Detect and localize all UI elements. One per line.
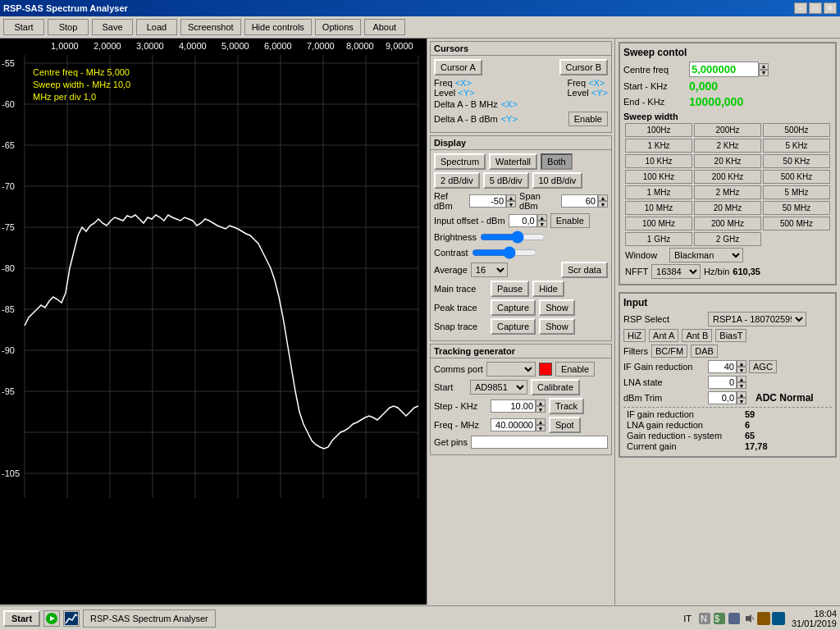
sw-5khz[interactable]: 5 KHz bbox=[763, 139, 830, 153]
dbm-trim-up[interactable]: ▲ bbox=[737, 391, 746, 398]
brightness-slider[interactable] bbox=[480, 231, 546, 244]
centre-freq-down[interactable]: ▼ bbox=[759, 70, 769, 76]
comms-port-select[interactable] bbox=[486, 362, 536, 377]
sw-10mhz[interactable]: 10 MHz bbox=[625, 201, 692, 215]
tracking-enable-button[interactable]: Enable bbox=[555, 362, 595, 377]
sw-1mhz[interactable]: 1 MHz bbox=[625, 185, 692, 199]
start-menu-button[interactable]: Start bbox=[3, 610, 40, 627]
spot-button[interactable]: Spot bbox=[549, 417, 581, 433]
rsp-select[interactable]: RSP1A - 1807025993 bbox=[708, 312, 806, 326]
cursor-a-button[interactable]: Cursor A bbox=[434, 59, 482, 75]
about-button[interactable]: About bbox=[364, 19, 405, 35]
peak-show-button[interactable]: Show bbox=[539, 299, 575, 316]
sw-100hz[interactable]: 100Hz bbox=[625, 123, 692, 137]
main-hide-button[interactable]: Hide bbox=[532, 281, 564, 297]
scr-data-button[interactable]: Scr data bbox=[561, 262, 608, 278]
sw-2mhz[interactable]: 2 MHz bbox=[694, 185, 761, 199]
ref-dbm-up[interactable]: ▲ bbox=[506, 194, 516, 201]
dab-button[interactable]: DAB bbox=[691, 345, 718, 358]
sw-200hz[interactable]: 200Hz bbox=[694, 123, 761, 137]
sw-1khz[interactable]: 1 KHz bbox=[625, 139, 692, 153]
ant-b-button[interactable]: Ant B bbox=[682, 329, 712, 342]
main-pause-button[interactable]: Pause bbox=[491, 281, 529, 297]
cursor-b-button[interactable]: Cursor B bbox=[559, 59, 608, 75]
2db-button[interactable]: 2 dB/div bbox=[434, 172, 480, 189]
sw-1ghz[interactable]: 1 GHz bbox=[625, 232, 692, 246]
sw-500mhz[interactable]: 500 MHz bbox=[763, 217, 830, 231]
peak-capture-button[interactable]: Capture bbox=[491, 299, 536, 316]
offset-down[interactable]: ▼ bbox=[537, 221, 547, 227]
sw-200khz[interactable]: 200 KHz bbox=[694, 170, 761, 184]
sw-50mhz[interactable]: 50 MHz bbox=[763, 201, 830, 215]
waterfall-button[interactable]: Waterfall bbox=[489, 153, 537, 170]
dbm-trim-input[interactable] bbox=[708, 391, 737, 404]
calibrate-button[interactable]: Calibrate bbox=[531, 379, 580, 395]
span-dbm-input[interactable] bbox=[561, 194, 598, 208]
bcfm-button[interactable]: BC/FM bbox=[651, 345, 687, 358]
both-button[interactable]: Both bbox=[541, 153, 573, 170]
taskbar-icon-1[interactable] bbox=[43, 610, 60, 627]
sw-200mhz[interactable]: 200 MHz bbox=[694, 217, 761, 231]
input-offset-input[interactable] bbox=[509, 214, 537, 227]
lna-up[interactable]: ▲ bbox=[737, 376, 746, 382]
sw-500khz[interactable]: 500 KHz bbox=[763, 170, 830, 184]
step-down[interactable]: ▼ bbox=[536, 406, 546, 413]
spectrum-button[interactable]: Spectrum bbox=[434, 153, 486, 170]
average-select[interactable]: 16 1 2 4 8 32 bbox=[471, 262, 508, 277]
hide-controls-button[interactable]: Hide controls bbox=[244, 19, 312, 35]
snap-capture-button[interactable]: Capture bbox=[491, 318, 536, 335]
sw-20khz[interactable]: 20 KHz bbox=[694, 154, 761, 168]
nfft-select[interactable]: 16384 8192 4096 2048 1024 bbox=[651, 264, 701, 279]
centre-freq-up[interactable]: ▲ bbox=[759, 63, 769, 70]
sw-100khz[interactable]: 100 KHz bbox=[625, 170, 692, 184]
10db-button[interactable]: 10 dB/div bbox=[532, 172, 583, 189]
sw-10khz[interactable]: 10 KHz bbox=[625, 154, 692, 168]
sw-2ghz[interactable]: 2 GHz bbox=[694, 232, 761, 246]
5db-button[interactable]: 5 dB/div bbox=[483, 172, 529, 189]
sw-500hz[interactable]: 500Hz bbox=[763, 123, 830, 137]
contrast-slider[interactable] bbox=[472, 246, 537, 259]
lna-down[interactable]: ▼ bbox=[737, 382, 746, 389]
stop-button[interactable]: Stop bbox=[48, 19, 89, 35]
hiz-button[interactable]: HiZ bbox=[623, 329, 646, 342]
tracking-start-select[interactable]: AD9851 bbox=[470, 380, 527, 395]
minimize-button[interactable]: − bbox=[794, 2, 807, 14]
if-gain-up[interactable]: ▲ bbox=[737, 360, 746, 367]
lna-input[interactable] bbox=[708, 376, 737, 389]
if-gain-down[interactable]: ▼ bbox=[737, 367, 746, 373]
start-button[interactable]: Start bbox=[3, 19, 44, 35]
cursor-enable-button[interactable]: Enable bbox=[568, 112, 608, 126]
ant-a-button[interactable]: Ant A bbox=[649, 329, 678, 342]
window-select[interactable]: Blackman Hanning Hamming None bbox=[669, 248, 743, 262]
taskbar-icon-2[interactable] bbox=[63, 610, 80, 627]
ref-dbm-input[interactable] bbox=[469, 194, 506, 208]
sw-5mhz[interactable]: 5 MHz bbox=[763, 185, 830, 199]
close-button[interactable]: ✕ bbox=[824, 2, 837, 14]
screenshot-button[interactable]: Screenshot bbox=[180, 19, 241, 35]
input-offset-enable[interactable]: Enable bbox=[550, 213, 590, 228]
freq-mhz-input[interactable] bbox=[491, 418, 536, 431]
load-button[interactable]: Load bbox=[136, 19, 177, 35]
sw-50khz[interactable]: 50 KHz bbox=[763, 154, 830, 168]
maximize-button[interactable]: □ bbox=[809, 2, 822, 14]
get-pins-input[interactable] bbox=[471, 436, 608, 449]
dbm-trim-down[interactable]: ▼ bbox=[737, 398, 746, 404]
span-dbm-up[interactable]: ▲ bbox=[598, 194, 608, 201]
if-gain-input[interactable] bbox=[708, 360, 737, 373]
span-dbm-down[interactable]: ▼ bbox=[598, 201, 608, 208]
options-button[interactable]: Options bbox=[315, 19, 361, 35]
sw-20mhz[interactable]: 20 MHz bbox=[694, 201, 761, 215]
freq-up[interactable]: ▲ bbox=[536, 418, 546, 425]
volume-icon[interactable] bbox=[742, 612, 756, 625]
snap-show-button[interactable]: Show bbox=[539, 318, 575, 335]
step-input[interactable] bbox=[491, 399, 536, 413]
track-button[interactable]: Track bbox=[549, 398, 584, 414]
biast-button[interactable]: BiasT bbox=[715, 329, 746, 342]
save-button[interactable]: Save bbox=[92, 19, 133, 35]
offset-up[interactable]: ▲ bbox=[537, 214, 547, 221]
taskbar-app-item[interactable]: RSP-SAS Spectrum Analyser bbox=[83, 609, 216, 628]
sw-100mhz[interactable]: 100 MHz bbox=[625, 217, 692, 231]
agc-button[interactable]: AGC bbox=[749, 360, 777, 373]
ref-dbm-down[interactable]: ▼ bbox=[506, 201, 516, 208]
centre-freq-input[interactable] bbox=[689, 62, 759, 77]
